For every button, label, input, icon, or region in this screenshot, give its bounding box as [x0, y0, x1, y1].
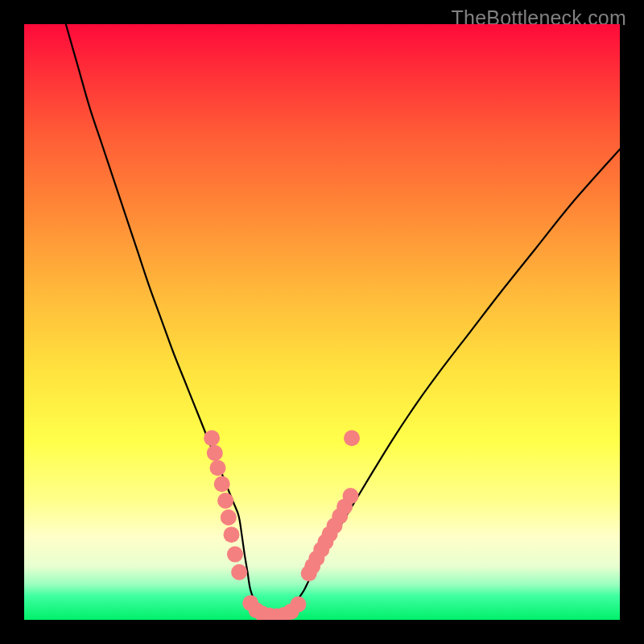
- chart-svg: [24, 24, 620, 620]
- chart-stage: TheBottleneck.com: [0, 0, 644, 644]
- data-point: [343, 488, 359, 504]
- plot-area: [24, 24, 620, 620]
- data-point: [217, 493, 233, 509]
- data-point: [344, 430, 360, 446]
- data-point: [210, 460, 226, 476]
- data-markers: [204, 430, 360, 620]
- data-point: [221, 510, 237, 526]
- data-point: [214, 476, 230, 492]
- data-point: [290, 597, 306, 613]
- bottleneck-curve: [66, 24, 620, 618]
- data-point: [227, 547, 243, 563]
- data-point: [224, 526, 240, 543]
- data-point: [204, 430, 220, 446]
- data-point: [207, 445, 223, 461]
- data-point: [231, 564, 247, 580]
